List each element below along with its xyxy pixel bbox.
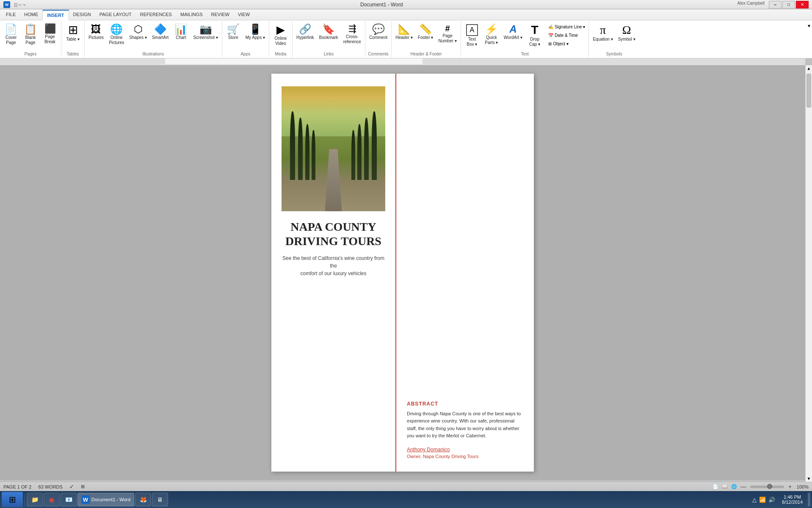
tab-insert[interactable]: INSERT [42,10,69,20]
ribbon-group-symbols: π Equation ▾ Ω Symbol ▾ Symbols [589,21,639,57]
chart-button[interactable]: 📊 Chart [171,23,190,49]
tab-review[interactable]: REVIEW [207,9,234,20]
page-number-button[interactable]: # PageNumber ▾ [436,23,459,49]
wordart-button[interactable]: A WordArt ▾ [502,23,525,49]
ribbon: 📄 CoverPage 📋 BlankPage ⬛ PageBreak Page… [0,20,812,58]
equation-button[interactable]: π Equation ▾ [591,23,615,49]
text-box-button[interactable]: A TextBox ▾ [463,23,481,49]
view-full-read[interactable]: 📖 [722,484,728,489]
taskbar-chrome-button[interactable]: ◉ [44,493,60,506]
scroll-thumb[interactable] [806,74,811,108]
screenshot-button[interactable]: 📷 Screenshot ▾ [191,23,220,49]
svg-rect-2 [0,58,165,65]
cover-page-label: CoverPage [6,35,17,45]
vertical-scrollbar[interactable]: ▲ ▼ [805,65,812,482]
page-info: PAGE 1 OF 2 [3,484,31,489]
blank-page-icon: 📋 [24,24,37,34]
taskbar-word-button[interactable]: W Document1 - Word [77,493,134,506]
smartart-label: SmartArt [152,35,168,40]
tree-2 [298,118,303,180]
blank-page-button[interactable]: 📋 BlankPage [21,23,40,49]
proofing-icon: ✓ [69,483,74,490]
signature-line-icon: ✍ [548,25,553,29]
hyperlink-icon: 🔗 [299,24,312,34]
status-bar: PAGE 1 OF 2 63 WORDS ✓ ⊞ 📄 📖 🌐 — + 100% [0,482,812,491]
ribbon-tabs: FILE HOME INSERT DESIGN PAGE LAYOUT REFE… [0,9,812,20]
signature-line-button[interactable]: ✍ Signature Line ▾ [547,23,587,30]
zoom-in-button[interactable]: + [788,483,792,490]
drop-cap-label: DropCap ▾ [529,37,540,47]
minimize-button[interactable]: ‒ [769,1,782,8]
scroll-up-button[interactable]: ▲ [806,65,812,72]
pictures-icon: 🖼 [91,24,101,34]
table-button[interactable]: ⊞ Table ▾ [64,23,82,49]
taskbar-firefox-button[interactable]: 🦊 [135,493,151,506]
taskbar-explorer-button[interactable]: 📁 [27,493,43,506]
online-pictures-button[interactable]: 🌐 OnlinePictures [107,23,126,49]
show-desktop-button[interactable] [808,493,810,506]
tree-4 [312,130,315,180]
comment-icon: 💬 [372,24,385,34]
links-buttons: 🔗 Hyperlink 🔖 Bookmark ⇶ Cross-reference [294,23,363,52]
pictures-button[interactable]: 🖼 Pictures [86,23,106,49]
scroll-down-button[interactable]: ▼ [806,476,812,481]
tab-page-layout[interactable]: PAGE LAYOUT [95,9,136,20]
date-time-button[interactable]: 📅 Date & Time [547,31,587,39]
status-right: 📄 📖 🌐 — + 100% [713,483,809,490]
smartart-button[interactable]: 🔷 SmartArt [150,23,171,49]
quick-parts-button[interactable]: ⚡ QuickParts ▾ [482,23,501,49]
tab-references[interactable]: REFERENCES [136,9,176,20]
tables-buttons: ⊞ Table ▾ [64,23,82,52]
tree-7 [357,124,362,180]
firefox-icon: 🦊 [139,495,147,504]
header-label: Header ▾ [395,35,413,40]
bookmark-button[interactable]: 🔖 Bookmark [317,23,340,49]
zoom-level: 100% [797,484,809,489]
my-apps-button[interactable]: 📱 My Apps ▾ [243,23,267,49]
abstract-title: ABSTRACT [407,401,523,407]
tab-home[interactable]: HOME [20,9,42,20]
view-web[interactable]: 🌐 [731,484,737,489]
header-footer-buttons: 📐 Header ▾ 📏 Footer ▾ # PageNumber ▾ [393,23,459,52]
shapes-button[interactable]: ⬡ Shapes ▾ [127,23,149,49]
wordart-label: WordArt ▾ [504,35,522,40]
symbol-button[interactable]: Ω Symbol ▾ [616,23,638,49]
restore-button[interactable]: □ [782,1,795,8]
time-display: 1:46 PM [784,494,801,500]
symbols-buttons: π Equation ▾ Ω Symbol ▾ [591,23,637,52]
close-button[interactable]: ✕ [796,1,809,8]
tab-design[interactable]: DESIGN [69,9,95,20]
page-break-button[interactable]: ⬛ PageBreak [41,23,59,49]
bookmark-icon: 🔖 [322,24,335,34]
view-print-layout[interactable]: 📄 [713,484,718,489]
hyperlink-button[interactable]: 🔗 Hyperlink [294,23,316,49]
page-left-column: NAPA COUNTY DRIVING TOURS See the best o… [271,74,396,472]
word-taskbar-icon: W [81,495,90,504]
zoom-out-button[interactable]: — [740,483,746,490]
online-video-label: OnlineVideo [274,36,287,46]
ribbon-expand[interactable]: ▾ [806,21,812,57]
drop-cap-button[interactable]: T DropCap ▾ [525,23,544,49]
text-buttons: A TextBox ▾ ⚡ QuickParts ▾ A WordArt ▾ T… [463,23,587,52]
object-button[interactable]: ⊞ Object ▾ [547,40,587,47]
tab-mailings[interactable]: MAILINGS [176,9,207,20]
online-video-button[interactable]: ▶ OnlineVideo [271,23,290,49]
tab-file[interactable]: FILE [2,9,20,20]
links-group-label: Links [294,52,363,57]
cover-page-button[interactable]: 📄 CoverPage [2,23,20,49]
shapes-icon: ⬡ [134,24,143,34]
comment-button[interactable]: 💬 Comment [367,23,389,49]
cross-reference-button[interactable]: ⇶ Cross-reference [341,23,363,49]
tab-view[interactable]: VIEW [234,9,254,20]
store-button[interactable]: 🛒 Store [224,23,243,49]
start-button[interactable]: ⊞ [2,492,23,507]
footer-button[interactable]: 📏 Footer ▾ [416,23,436,49]
taskbar-outlook-button[interactable]: 📧 [61,493,77,506]
tray-icon-1: △ [752,497,757,503]
zoom-slider[interactable] [750,486,784,488]
comments-group-label: Comments [367,52,389,57]
object-icon: ⊞ [548,41,552,46]
taskbar-app6-button[interactable]: 🖥 [152,493,168,506]
zoom-slider-thumb[interactable] [767,484,772,489]
header-button[interactable]: 📐 Header ▾ [393,23,415,49]
